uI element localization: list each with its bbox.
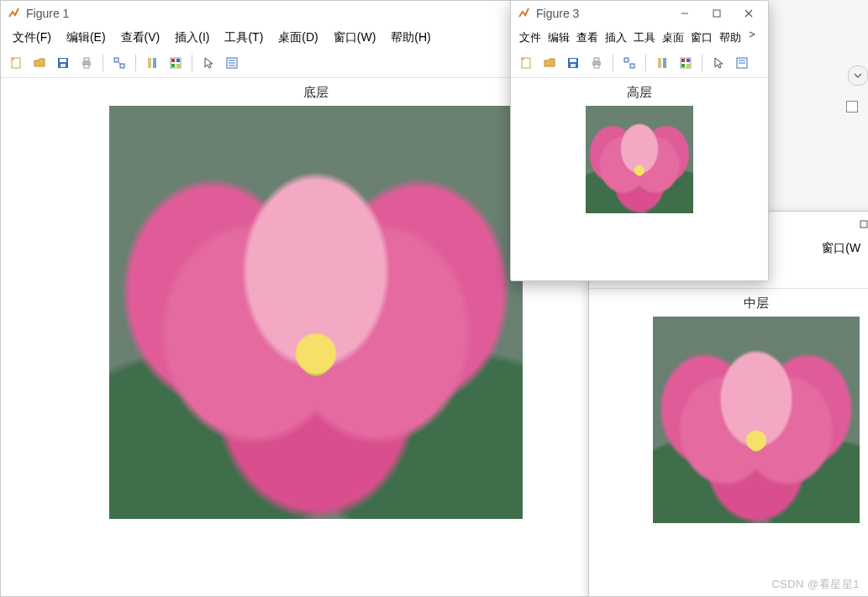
menu-tools[interactable]: 工具 (630, 29, 659, 47)
lotus-image-content (653, 317, 860, 523)
menu-window[interactable]: 窗口(W (815, 239, 867, 258)
svg-rect-8 (84, 58, 89, 61)
menu-view[interactable]: 查看(V) (114, 29, 167, 47)
minimize-button[interactable] (669, 2, 701, 25)
menu-file[interactable]: 文件(F) (6, 29, 58, 47)
menu-tools[interactable]: 工具(T) (218, 29, 270, 47)
maximize-button[interactable] (844, 212, 868, 236)
svg-rect-40 (663, 58, 666, 68)
menu-view[interactable]: 查看 (573, 29, 602, 47)
svg-rect-44 (681, 64, 685, 67)
background-checkbox (846, 101, 858, 113)
save-button[interactable] (53, 54, 73, 72)
svg-rect-14 (153, 58, 156, 68)
figure3-titlebar[interactable]: Figure 3 (511, 1, 768, 26)
svg-rect-35 (594, 58, 599, 61)
svg-point-3 (11, 57, 14, 60)
toolbar-separator (702, 55, 702, 71)
print-button[interactable] (76, 54, 97, 72)
toolbar-separator (645, 55, 646, 71)
figure3-window: Figure 3 文件 编辑 查看 插入 工具 桌面 窗口 帮助 高层 (510, 0, 769, 281)
svg-point-30 (521, 57, 524, 60)
save-button[interactable] (563, 54, 583, 72)
figure3-title: Figure 3 (536, 7, 579, 20)
figure3-image (586, 106, 693, 213)
menu-overflow-icon[interactable] (744, 29, 760, 47)
pointer-button[interactable] (708, 54, 729, 72)
svg-rect-16 (171, 59, 175, 62)
print-button[interactable] (587, 54, 607, 72)
figure3-toolbar (511, 50, 768, 78)
link-axes-button[interactable] (619, 54, 639, 72)
toolbar-separator (103, 55, 103, 71)
figure-back-axes-title: 中层 (744, 296, 769, 312)
svg-rect-33 (571, 64, 576, 67)
open-button[interactable] (539, 54, 560, 72)
background-dropdown-icon (848, 65, 868, 86)
toolbar-separator (135, 55, 136, 71)
svg-rect-43 (687, 59, 690, 62)
lotus-image-content (586, 106, 693, 213)
matlab-icon (8, 7, 21, 20)
svg-rect-38 (630, 64, 634, 68)
menu-edit[interactable]: 编辑(E) (60, 29, 113, 47)
svg-rect-10 (114, 58, 118, 62)
menu-help[interactable]: 帮助(H) (384, 29, 437, 47)
figure3-menubar: 文件 编辑 查看 插入 工具 桌面 窗口 帮助 (511, 26, 768, 50)
figure1-image (109, 106, 523, 519)
lotus-image-content (109, 106, 523, 519)
toolbar-separator (613, 55, 613, 71)
menu-edit[interactable]: 编辑 (544, 29, 573, 47)
figure1-title: Figure 1 (26, 7, 69, 20)
close-button[interactable] (733, 2, 765, 25)
svg-rect-37 (624, 58, 629, 62)
menu-desktop[interactable]: 桌面(D) (271, 29, 324, 47)
svg-rect-6 (60, 64, 66, 67)
open-button[interactable] (29, 54, 50, 72)
figure3-axes-title: 高层 (627, 85, 652, 101)
svg-rect-39 (658, 58, 661, 68)
svg-rect-13 (148, 58, 151, 68)
colorbar-button[interactable] (166, 54, 186, 72)
menu-desktop[interactable]: 桌面 (659, 29, 687, 47)
svg-rect-32 (570, 59, 576, 62)
svg-rect-17 (176, 59, 180, 62)
menu-insert[interactable]: 插入(I) (168, 29, 216, 47)
data-cursor-button[interactable] (142, 54, 162, 72)
new-figure-button[interactable] (6, 54, 26, 72)
data-cursor-button[interactable] (652, 54, 672, 72)
insert-legend-button[interactable] (222, 54, 242, 72)
svg-rect-45 (687, 64, 690, 67)
insert-legend-button[interactable] (732, 54, 752, 72)
svg-rect-11 (120, 64, 124, 68)
svg-rect-19 (176, 64, 180, 67)
figure-back-image (653, 317, 860, 523)
matlab-icon (518, 7, 531, 20)
menu-window[interactable]: 窗口 (687, 29, 716, 47)
maximize-button[interactable] (701, 2, 733, 25)
menu-file[interactable]: 文件 (516, 29, 544, 47)
toolbar-separator (192, 55, 192, 71)
svg-line-12 (118, 62, 120, 64)
svg-rect-42 (681, 59, 685, 62)
figure1-axes-title: 底层 (303, 85, 329, 101)
menu-window[interactable]: 窗口(W) (327, 29, 383, 47)
figure3-canvas: 高层 (511, 78, 768, 280)
figure-back-canvas: 中层 (589, 289, 868, 596)
svg-rect-5 (60, 59, 66, 62)
menu-insert[interactable]: 插入 (602, 29, 630, 47)
svg-rect-24 (860, 221, 867, 228)
menu-help[interactable]: 帮助 (716, 29, 744, 47)
colorbar-button[interactable] (676, 54, 696, 72)
new-figure-button[interactable] (516, 54, 536, 72)
svg-rect-36 (594, 65, 599, 68)
pointer-button[interactable] (198, 54, 218, 72)
svg-rect-9 (84, 65, 89, 68)
svg-rect-18 (171, 64, 175, 67)
link-axes-button[interactable] (109, 54, 129, 72)
svg-rect-28 (713, 10, 720, 17)
